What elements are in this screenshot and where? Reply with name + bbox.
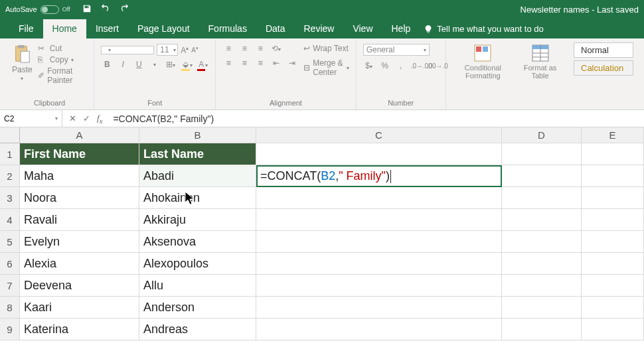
cell[interactable] [256, 187, 502, 209]
formula-input[interactable]: =CONCAT(B2," Family") [109, 113, 644, 124]
tab-insert[interactable]: Insert [86, 19, 128, 38]
tab-home[interactable]: Home [43, 19, 86, 38]
cell[interactable] [256, 297, 502, 319]
align-middle-icon[interactable]: ≡ [238, 44, 250, 53]
cell[interactable]: Noora [20, 187, 139, 209]
cell[interactable]: Anderson [139, 297, 256, 319]
row-header[interactable]: 9 [0, 319, 20, 340]
cell[interactable]: Alexia [20, 253, 139, 275]
select-all-corner[interactable] [0, 127, 20, 143]
cell[interactable]: Alexopoulos [139, 253, 256, 275]
style-normal[interactable]: Normal [574, 42, 633, 58]
cancel-formula-icon[interactable]: ✕ [69, 113, 76, 123]
tab-data[interactable]: Data [256, 19, 295, 38]
align-top-icon[interactable]: ≡ [222, 44, 234, 53]
tab-formulas[interactable]: Formulas [199, 19, 256, 38]
insert-function-icon[interactable]: fx [97, 113, 102, 125]
align-right-icon[interactable]: ≡ [254, 58, 266, 68]
column-header-a[interactable]: A [20, 127, 139, 143]
column-header-e[interactable]: E [582, 127, 644, 143]
number-format-selector[interactable]: General▾ [363, 44, 430, 56]
cell[interactable] [582, 165, 644, 187]
name-box[interactable]: C2 ▾ [0, 110, 62, 127]
italic-button[interactable]: I [117, 60, 129, 69]
increase-font-icon[interactable]: A▴ [181, 45, 189, 55]
copy-button[interactable]: ⎘Copy▾ [38, 55, 88, 64]
cell-styles-gallery[interactable]: Normal Calculation [568, 40, 639, 109]
cell[interactable]: Katerina [20, 319, 139, 340]
merge-center-button[interactable]: ⊟Merge & Center▾ [303, 58, 349, 77]
cell[interactable] [582, 275, 644, 297]
format-painter-button[interactable]: ✐Format Painter [38, 66, 88, 85]
cell[interactable] [256, 209, 502, 231]
cell[interactable]: Kaari [20, 297, 139, 319]
tab-view[interactable]: View [343, 19, 382, 38]
tab-file[interactable]: File [9, 19, 43, 38]
column-header-c[interactable]: C [256, 127, 502, 143]
tab-page-layout[interactable]: Page Layout [128, 19, 199, 38]
cell[interactable] [502, 253, 582, 275]
cell[interactable]: Abadi [139, 165, 256, 187]
style-calculation[interactable]: Calculation [574, 60, 633, 76]
cell[interactable]: Ravali [20, 209, 139, 231]
active-cell-editing[interactable]: =CONCAT(B2," Family") [256, 165, 502, 187]
redo-icon[interactable] [120, 4, 129, 15]
row-header[interactable]: 8 [0, 297, 20, 319]
fill-color-button[interactable]: ⬙▾ [181, 60, 193, 69]
cell[interactable] [502, 187, 582, 209]
orientation-icon[interactable]: ⟲▾ [270, 44, 282, 53]
cell[interactable] [582, 231, 644, 253]
cell[interactable] [256, 253, 502, 275]
row-header[interactable]: 4 [0, 209, 20, 231]
tell-me-search[interactable]: Tell me what you want to do [424, 24, 543, 38]
row-header[interactable]: 3 [0, 187, 20, 209]
cell[interactable] [256, 231, 502, 253]
cell[interactable] [502, 165, 582, 187]
tab-help[interactable]: Help [382, 19, 420, 38]
cell[interactable] [256, 275, 502, 297]
cell[interactable] [582, 319, 644, 340]
cell[interactable] [582, 143, 644, 165]
decrease-indent-icon[interactable]: ⇤ [270, 58, 282, 68]
tab-review[interactable]: Review [295, 19, 344, 38]
decrease-font-icon[interactable]: A▾ [191, 46, 199, 54]
cell[interactable] [582, 297, 644, 319]
cell[interactable]: Deevena [20, 275, 139, 297]
cell[interactable]: Akkiraju [139, 209, 256, 231]
comma-format-button[interactable]: , [395, 61, 407, 70]
cell[interactable] [256, 319, 502, 340]
cell[interactable] [582, 187, 644, 209]
increase-decimal-button[interactable]: .0→.00 [411, 62, 423, 70]
accounting-format-button[interactable]: $▾ [363, 61, 375, 70]
underline-button[interactable]: U [133, 60, 145, 69]
save-icon[interactable] [82, 4, 92, 15]
cell[interactable]: Maha [20, 165, 139, 187]
align-left-icon[interactable]: ≡ [222, 58, 234, 68]
font-color-button[interactable]: A▾ [197, 60, 208, 69]
paste-button[interactable]: Paste ▾ [12, 44, 33, 82]
cell[interactable] [502, 319, 582, 340]
cell[interactable] [502, 231, 582, 253]
border-button[interactable]: ⊞▾ [165, 60, 177, 69]
conditional-formatting-button[interactable]: Conditional Formatting [453, 44, 513, 80]
column-header-b[interactable]: B [139, 127, 256, 143]
column-header-d[interactable]: D [502, 127, 582, 143]
align-center-icon[interactable]: ≡ [238, 58, 250, 68]
cell[interactable] [502, 297, 582, 319]
decrease-decimal-button[interactable]: .00→.0 [427, 62, 439, 70]
cell[interactable] [256, 143, 502, 165]
cell[interactable]: Aksenova [139, 231, 256, 253]
align-bottom-icon[interactable]: ≡ [254, 44, 266, 53]
cell[interactable]: Andreas [139, 319, 256, 340]
cell[interactable] [502, 143, 582, 165]
enter-formula-icon[interactable]: ✓ [83, 113, 90, 123]
cell[interactable] [582, 253, 644, 275]
undo-icon[interactable] [101, 4, 110, 15]
bold-button[interactable]: B [101, 60, 113, 69]
autosave-toggle[interactable]: AutoSave Off [5, 5, 70, 14]
format-as-table-button[interactable]: Format as Table [519, 44, 562, 80]
cell[interactable]: Ahokainen [139, 187, 256, 209]
percent-format-button[interactable]: % [379, 61, 391, 70]
increase-indent-icon[interactable]: ⇥ [286, 58, 298, 68]
row-header[interactable]: 6 [0, 253, 20, 275]
